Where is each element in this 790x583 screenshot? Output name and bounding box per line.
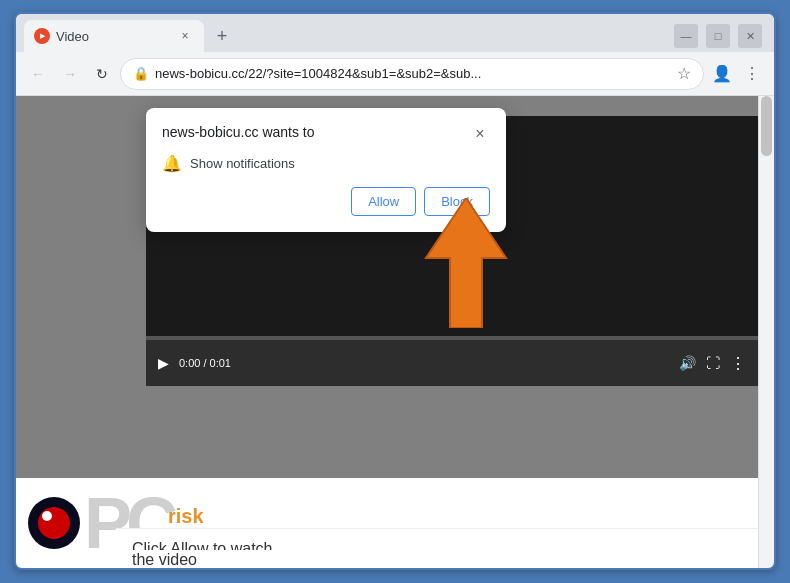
popup-title: news-bobicu.cc wants to xyxy=(162,124,315,140)
tab-bar: Video × + — □ ✕ xyxy=(16,14,774,52)
popup-header: news-bobicu.cc wants to × xyxy=(162,124,490,144)
webpage-content: ▶ 0:00 / 0:01 🔊 ⛶ ⋮ PC risk xyxy=(16,96,774,568)
notification-popup: news-bobicu.cc wants to × 🔔 Show notific… xyxy=(146,108,506,232)
close-window-button[interactable]: ✕ xyxy=(738,24,762,48)
back-button[interactable]: ← xyxy=(24,60,52,88)
minimize-button[interactable]: — xyxy=(674,24,698,48)
address-bar: ← → ↻ 🔒 news-bobicu.cc/22/?site=1004824&… xyxy=(16,52,774,96)
video-play-button[interactable]: ▶ xyxy=(158,355,169,371)
the-video-text-row: the video xyxy=(116,550,758,568)
tab-favicon xyxy=(34,28,50,44)
video-controls-bar: ▶ 0:00 / 0:01 🔊 ⛶ ⋮ xyxy=(146,340,758,386)
forward-button[interactable]: → xyxy=(56,60,84,88)
scrollbar[interactable] xyxy=(758,96,774,568)
profile-button[interactable]: 👤 xyxy=(708,60,736,88)
tab-title: Video xyxy=(56,29,170,44)
browser-window: Video × + — □ ✕ ← → ↻ 🔒 news-bobicu.cc/2… xyxy=(14,12,776,570)
logo-dot-inner xyxy=(42,511,52,521)
address-bar-icons: 👤 ⋮ xyxy=(708,60,766,88)
window-controls: — □ ✕ xyxy=(674,24,766,48)
video-more-button[interactable]: ⋮ xyxy=(730,354,746,373)
bookmark-star-icon[interactable]: ☆ xyxy=(677,64,691,83)
url-text: news-bobicu.cc/22/?site=1004824&sub1=&su… xyxy=(155,66,671,81)
the-video-text: the video xyxy=(132,551,197,568)
video-volume-button[interactable]: 🔊 xyxy=(679,355,696,371)
security-lock-icon: 🔒 xyxy=(133,66,149,81)
risk-text: risk xyxy=(168,505,204,528)
maximize-button[interactable]: □ xyxy=(706,24,730,48)
new-tab-button[interactable]: + xyxy=(208,22,236,50)
orange-arrow-indicator xyxy=(406,198,526,328)
svg-marker-0 xyxy=(426,198,506,328)
tab-close-button[interactable]: × xyxy=(176,27,194,45)
video-fullscreen-button[interactable]: ⛶ xyxy=(706,355,720,371)
popup-notification-row: 🔔 Show notifications xyxy=(162,154,490,173)
popup-close-button[interactable]: × xyxy=(470,124,490,144)
video-time: 0:00 / 0:01 xyxy=(179,357,231,369)
logo-dot xyxy=(38,507,70,539)
menu-button[interactable]: ⋮ xyxy=(738,60,766,88)
scrollbar-thumb[interactable] xyxy=(761,96,772,156)
logo-circle xyxy=(28,497,80,549)
notification-label: Show notifications xyxy=(190,156,295,171)
reload-button[interactable]: ↻ xyxy=(88,60,116,88)
watermark-bar: PC risk .com Click Allow to watch the vi… xyxy=(16,478,758,568)
bell-icon: 🔔 xyxy=(162,154,182,173)
active-tab[interactable]: Video × xyxy=(24,20,204,52)
url-bar[interactable]: 🔒 news-bobicu.cc/22/?site=1004824&sub1=&… xyxy=(120,58,704,90)
